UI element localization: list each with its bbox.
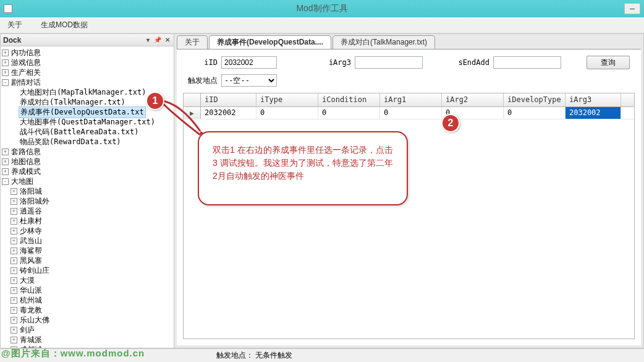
grid-header-cell[interactable]: iType <box>256 93 318 106</box>
expand-icon[interactable]: + <box>11 277 17 284</box>
expand-icon[interactable]: + <box>11 228 17 235</box>
tab-about[interactable]: 关于 <box>177 35 208 49</box>
close-icon[interactable]: ✕ <box>164 37 171 44</box>
tree-node[interactable]: 大地图事件(QuestDataManager.txt) <box>1 117 174 127</box>
tree-indent <box>11 99 17 106</box>
expand-icon[interactable]: + <box>2 158 9 165</box>
data-grid[interactable]: iIDiTypeiConditioniArg1iArg2iDevelopType… <box>183 93 635 339</box>
select-location[interactable]: --空-- <box>221 74 277 87</box>
expand-icon[interactable]: + <box>2 69 9 76</box>
tree-node[interactable]: +养成模式 <box>1 166 174 176</box>
tab-talk-manager[interactable]: 养成对白(TalkManager.txt) <box>333 35 435 49</box>
expand-icon[interactable]: + <box>11 238 17 244</box>
minimize-button[interactable]: ─ <box>624 3 640 14</box>
expand-icon[interactable]: + <box>2 168 9 175</box>
dock-title: Dock <box>3 36 21 45</box>
tree-node[interactable]: +武当山 <box>1 236 174 246</box>
collapse-icon[interactable]: - <box>2 79 9 86</box>
expand-icon[interactable]: + <box>11 337 17 343</box>
expand-icon[interactable]: + <box>11 267 17 274</box>
tree-node[interactable]: 养成事件(DevelopQuestData.txt <box>1 107 174 117</box>
expand-icon[interactable]: + <box>11 188 17 195</box>
expand-icon[interactable]: + <box>11 297 17 304</box>
row-indicator-icon: ▶ <box>184 107 201 119</box>
tree-indent <box>11 119 17 126</box>
tree-node[interactable]: +华山派 <box>1 285 174 295</box>
tree-node[interactable]: +铸剑山庄 <box>1 265 174 275</box>
tab-develop-quest[interactable]: 养成事件(DevelopQuestData.... <box>209 35 331 49</box>
tree-node[interactable]: +套路信息 <box>1 147 174 157</box>
expand-icon[interactable]: + <box>11 287 17 294</box>
tree-indent <box>11 89 17 96</box>
grid-header-cell[interactable]: iID <box>201 93 256 106</box>
tree-label: 游戏信息 <box>10 58 42 68</box>
expand-icon[interactable]: + <box>11 248 17 254</box>
tree-label: 地图信息 <box>10 157 42 167</box>
grid-header-cell[interactable]: iDevelopType <box>504 93 566 106</box>
expand-icon[interactable]: + <box>2 50 9 56</box>
menu-gen-mod[interactable]: 生成MOD数据 <box>37 18 91 32</box>
tree-node[interactable]: +剑庐 <box>1 325 174 335</box>
expand-icon[interactable]: + <box>2 149 9 155</box>
expand-icon[interactable]: + <box>11 257 17 264</box>
menu-about[interactable]: 关于 <box>4 18 26 32</box>
tree-node[interactable]: -剧情对话 <box>1 77 174 87</box>
tree-view[interactable]: +内功信息+游戏信息+生产相关-剧情对话大地图对白(MapTalkManager… <box>1 46 174 348</box>
tree-label: 毒龙教 <box>19 305 43 316</box>
tree-node[interactable]: +杭州城 <box>1 295 174 305</box>
tree-node[interactable]: +洛阳城外 <box>1 196 174 206</box>
grid-header-cell[interactable]: iCondition <box>318 93 380 106</box>
grid-cell[interactable]: 0 <box>256 107 318 119</box>
tree-label: 内功信息 <box>10 48 42 58</box>
grid-header-cell[interactable]: iArg1 <box>380 93 442 106</box>
label-iarg3: iArg3 <box>321 58 351 67</box>
expand-icon[interactable]: + <box>11 208 17 215</box>
grid-header-cell[interactable]: iArg2 <box>442 93 504 106</box>
label-location: 触发地点 <box>188 75 218 86</box>
tree-node[interactable]: +大漠 <box>1 275 174 285</box>
label-sendadd: sEndAdd <box>455 58 489 67</box>
grid-cell[interactable]: 2032002 <box>201 107 256 119</box>
query-button[interactable]: 查询 <box>587 56 630 69</box>
tree-node[interactable]: +少林寺 <box>1 226 174 236</box>
tree-node[interactable]: +地图信息 <box>1 157 174 166</box>
expand-icon[interactable]: + <box>11 218 17 225</box>
tree-node[interactable]: 战斗代码(BattleAreaData.txt) <box>1 127 174 137</box>
expand-icon[interactable]: + <box>2 59 9 66</box>
pin-icon[interactable]: 📌 <box>154 37 161 44</box>
grid-header-cell[interactable]: iArg3 <box>566 93 621 106</box>
expand-icon[interactable]: + <box>11 307 17 314</box>
input-iarg3[interactable] <box>355 56 423 69</box>
tree-indent <box>11 109 17 116</box>
grid-cell[interactable]: 0 <box>504 107 566 119</box>
expand-icon[interactable]: + <box>11 198 17 205</box>
tree-node[interactable]: +生产相关 <box>1 67 174 77</box>
tree-node[interactable]: 物品奖励(RewardData.txt) <box>1 137 174 147</box>
tree-node[interactable]: +游戏信息 <box>1 58 174 67</box>
tabstrip: 关于 养成事件(DevelopQuestData.... 养成对白(TalkMa… <box>174 34 643 49</box>
grid-cell[interactable]: 0 <box>380 107 442 119</box>
grid-cell[interactable]: 2032002 <box>566 107 621 119</box>
tree-label: 武当山 <box>19 236 43 246</box>
tree-label: 大地图对白(MapTalkManager.txt) <box>19 87 148 98</box>
input-iid[interactable] <box>221 56 277 69</box>
tree-label: 剑庐 <box>19 325 36 335</box>
input-sendadd[interactable] <box>493 56 561 69</box>
collapse-icon[interactable]: - <box>2 178 9 185</box>
tree-node[interactable]: +逍遥谷 <box>1 206 174 216</box>
expand-icon[interactable]: + <box>11 317 17 324</box>
grid-cell[interactable]: 0 <box>318 107 380 119</box>
tree-node[interactable]: +海鲨帮 <box>1 246 174 256</box>
tree-node[interactable]: -大地图 <box>1 176 174 186</box>
tree-node[interactable]: +内功信息 <box>1 48 174 58</box>
expand-icon[interactable]: + <box>11 327 17 334</box>
tree-node[interactable]: +青城派 <box>1 335 174 345</box>
tree-node[interactable]: +洛阳城 <box>1 186 174 196</box>
dropdown-icon[interactable]: ▾ <box>144 37 151 44</box>
tree-node[interactable]: +杜康村 <box>1 216 174 226</box>
tree-node[interactable]: +乐山大佛 <box>1 315 174 325</box>
annotation-callout: 双击1 在右边的养成事件里任选一条记录，点击 3 调试按钮。我这里为了测试，特意… <box>198 131 408 205</box>
tree-node[interactable]: +毒龙教 <box>1 305 174 315</box>
tree-node[interactable]: +黑风寨 <box>1 256 174 265</box>
tree-label: 战斗代码(BattleAreaData.txt) <box>19 127 140 137</box>
